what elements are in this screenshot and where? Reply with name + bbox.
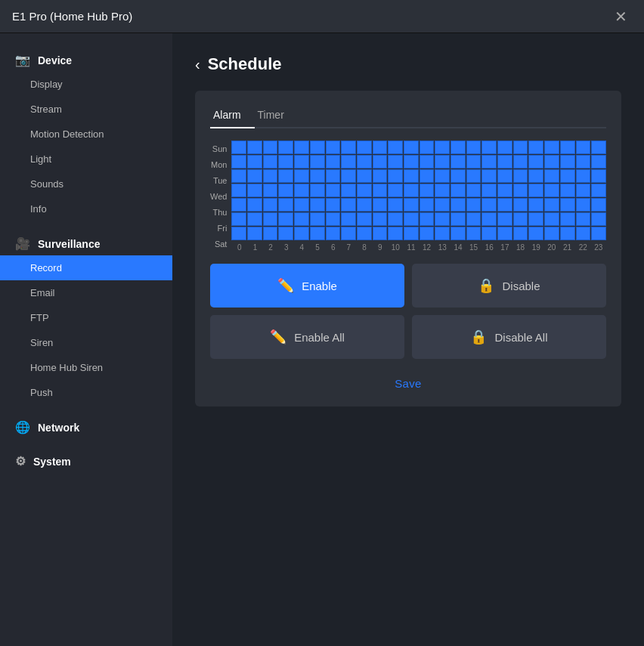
grid-cell[interactable] [576, 198, 591, 212]
grid-cell[interactable] [528, 141, 543, 154]
sidebar-item-ftp[interactable]: FTP [0, 305, 172, 330]
grid-cell[interactable] [435, 198, 450, 212]
grid-cell[interactable] [497, 227, 512, 240]
grid-cell[interactable] [278, 227, 293, 240]
grid-cell[interactable] [357, 155, 372, 168]
sidebar-item-record[interactable]: Record [0, 255, 172, 280]
grid-cell[interactable] [326, 169, 341, 183]
grid-cell[interactable] [278, 141, 293, 154]
grid-cell[interactable] [294, 141, 309, 154]
sidebar-section-system[interactable]: ⚙ System [0, 447, 172, 473]
grid-cell[interactable] [466, 184, 481, 197]
grid-cell[interactable] [326, 227, 341, 240]
grid-cell[interactable] [373, 155, 388, 168]
grid-cell[interactable] [544, 198, 559, 212]
grid-cell[interactable] [497, 155, 512, 168]
grid-cell[interactable] [294, 212, 309, 226]
grid-cell[interactable] [560, 184, 575, 197]
grid-cell[interactable] [420, 184, 435, 197]
grid-cell[interactable] [263, 155, 278, 168]
grid-cell[interactable] [544, 155, 559, 168]
grid-cell[interactable] [231, 155, 246, 168]
grid-cell[interactable] [247, 184, 262, 197]
grid-cell[interactable] [435, 184, 450, 197]
grid-cell[interactable] [435, 155, 450, 168]
grid-cell[interactable] [404, 169, 419, 183]
grid-cell[interactable] [404, 155, 419, 168]
grid-cell[interactable] [231, 169, 246, 183]
grid-cell[interactable] [576, 227, 591, 240]
grid-cell[interactable] [341, 141, 356, 154]
grid-cell[interactable] [373, 141, 388, 154]
grid-cell[interactable] [497, 198, 512, 212]
grid-cell[interactable] [388, 227, 403, 240]
grid-cell[interactable] [263, 184, 278, 197]
grid-cell[interactable] [528, 227, 543, 240]
grid-cell[interactable] [247, 141, 262, 154]
grid-cell[interactable] [373, 227, 388, 240]
grid-cell[interactable] [357, 184, 372, 197]
grid-cell[interactable] [341, 227, 356, 240]
grid-cell[interactable] [231, 184, 246, 197]
grid-cell[interactable] [373, 184, 388, 197]
grid-cell[interactable] [231, 141, 246, 154]
grid-cell[interactable] [513, 227, 528, 240]
grid-cell[interactable] [404, 184, 419, 197]
grid-cell[interactable] [310, 227, 325, 240]
grid-cell[interactable] [294, 198, 309, 212]
grid-cell[interactable] [263, 227, 278, 240]
grid-cell[interactable] [576, 141, 591, 154]
grid-cell[interactable] [310, 198, 325, 212]
grid-cell[interactable] [497, 212, 512, 226]
grid-cell[interactable] [247, 212, 262, 226]
grid-cell[interactable] [513, 155, 528, 168]
grid-cell[interactable] [513, 141, 528, 154]
grid-cell[interactable] [310, 141, 325, 154]
grid-cell[interactable] [591, 155, 606, 168]
grid-cell[interactable] [388, 155, 403, 168]
grid-cell[interactable] [247, 227, 262, 240]
grid-cell[interactable] [310, 169, 325, 183]
grid-cell[interactable] [497, 169, 512, 183]
grid-cell[interactable] [231, 212, 246, 226]
grid-cell[interactable] [357, 212, 372, 226]
grid-cell[interactable] [450, 198, 466, 212]
grid-cell[interactable] [404, 141, 419, 154]
grid-cell[interactable] [450, 212, 466, 226]
grid-cell[interactable] [231, 198, 246, 212]
sidebar-item-sounds[interactable]: Sounds [0, 172, 172, 196]
grid-cell[interactable] [544, 184, 559, 197]
grid-cell[interactable] [576, 212, 591, 226]
grid-cell[interactable] [373, 198, 388, 212]
grid-cell[interactable] [294, 184, 309, 197]
grid-cell[interactable] [450, 141, 466, 154]
grid-cell[interactable] [591, 184, 606, 197]
grid-cell[interactable] [466, 198, 481, 212]
grid-cell[interactable] [450, 169, 466, 183]
grid-cell[interactable] [247, 169, 262, 183]
grid-cell[interactable] [326, 198, 341, 212]
grid-cell[interactable] [497, 141, 512, 154]
grid-cell[interactable] [560, 212, 575, 226]
grid-cell[interactable] [278, 155, 293, 168]
grid-cell[interactable] [341, 198, 356, 212]
grid-cell[interactable] [466, 212, 481, 226]
grid-cell[interactable] [420, 212, 435, 226]
grid-cell[interactable] [481, 212, 497, 226]
grid-cell[interactable] [450, 184, 466, 197]
grid-cell[interactable] [420, 198, 435, 212]
back-button[interactable]: ‹ [195, 56, 200, 73]
grid-cell[interactable] [341, 155, 356, 168]
grid-cell[interactable] [450, 227, 466, 240]
grid-cell[interactable] [294, 227, 309, 240]
grid-cell[interactable] [560, 155, 575, 168]
grid-cell[interactable] [544, 227, 559, 240]
close-button[interactable]: ✕ [610, 8, 632, 26]
save-button[interactable]: Save [395, 377, 421, 390]
grid-cell[interactable] [373, 169, 388, 183]
grid-cell[interactable] [450, 155, 466, 168]
grid-cell[interactable] [591, 169, 606, 183]
grid-cell[interactable] [310, 212, 325, 226]
grid-cell[interactable] [326, 184, 341, 197]
grid-cell[interactable] [388, 169, 403, 183]
